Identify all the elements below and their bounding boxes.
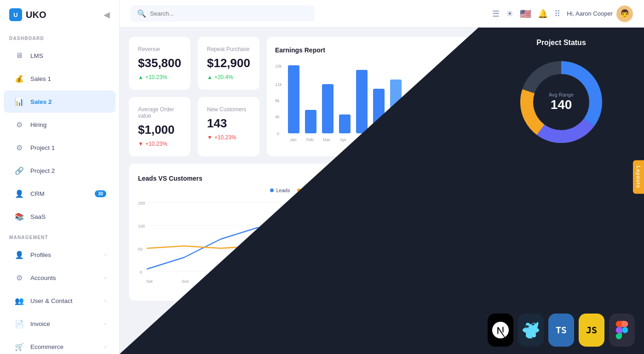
sidebar-item-label: LMS <box>30 52 106 59</box>
project-status-title: Project Status <box>489 39 633 47</box>
avg-order-card: Average Order value $1,000 ▼ +10.23% <box>129 97 190 156</box>
leads-legend-item: Leads <box>270 188 290 193</box>
notification-icon[interactable]: 🔔 <box>538 9 548 19</box>
profiles-chevron-icon: › <box>104 252 106 257</box>
earnings-bar-chart: 15k 11k 8k 4k 0 <box>275 61 478 146</box>
apps-icon[interactable]: ⠿ <box>554 9 560 19</box>
sidebar-item-label: Profiles <box>30 251 104 258</box>
svg-text:Mon: Mon <box>217 279 225 284</box>
javascript-icon: JS <box>579 314 604 347</box>
menu-icon[interactable]: ☰ <box>492 9 500 19</box>
svg-rect-20 <box>458 82 470 133</box>
svg-text:100: 100 <box>138 224 145 228</box>
search-input[interactable] <box>150 10 242 17</box>
sidebar-item-lms[interactable]: 🖥 LMS <box>4 45 115 67</box>
profiles-icon: 👤 <box>13 248 26 261</box>
crm-icon: 👤 <box>13 187 26 200</box>
ecommerce-icon: 🛒 <box>13 340 26 353</box>
figma-icon <box>609 314 635 347</box>
language-flag-icon[interactable]: 🇺🇸 <box>520 8 531 19</box>
svg-text:Apr: Apr <box>340 137 346 142</box>
sidebar-item-label: Sales 2 <box>30 98 106 105</box>
leads-chart-title: Leads VS Customers <box>138 175 202 182</box>
tech-icons-row: TS JS <box>478 306 644 354</box>
accounts-chevron-icon: › <box>104 275 106 280</box>
sidebar-item-sales1[interactable]: 💰 Sales 1 <box>4 68 115 90</box>
saas-icon: 📚 <box>13 210 26 223</box>
sidebar-item-label: Project 2 <box>30 167 106 174</box>
sidebar-item-crm[interactable]: 👤 CRM 30 <box>4 183 115 205</box>
search-bar[interactable]: 🔍 <box>131 6 315 22</box>
donut-center: Avg Range 140 <box>549 92 574 112</box>
content-area: Project Status <box>120 28 644 354</box>
sidebar-item-label: CRM <box>30 190 95 197</box>
svg-rect-16 <box>390 80 402 133</box>
svg-rect-12 <box>322 84 334 133</box>
svg-rect-14 <box>356 70 368 133</box>
sidebar-item-hiring[interactable]: ⚙ Hiring <box>4 114 115 136</box>
top-row: Revenue $35,800 ▲ +10.23% Repeat Purchas… <box>129 37 469 156</box>
sidebar-item-project2[interactable]: 🔗 Project 2 <box>4 160 115 182</box>
sales1-icon: 💰 <box>13 72 26 85</box>
nextjs-icon <box>488 314 513 347</box>
sidebar-item-profiles[interactable]: 👤 Profiles › <box>4 244 115 266</box>
chevron-down-icon: ▾ <box>452 175 455 182</box>
sidebar-item-accounts[interactable]: ⚙ Accounts › <box>4 267 115 289</box>
collapse-button[interactable]: ◀ <box>104 10 110 20</box>
invoice-icon: 📄 <box>13 317 26 330</box>
layouts-tab[interactable]: Layouts <box>633 160 644 194</box>
sidebar-item-saas[interactable]: 📚 SaaS <box>4 206 115 228</box>
leads-legend-dot <box>270 188 274 192</box>
revenue-change: ▲ +10.23% <box>138 74 181 80</box>
down-arrow-icon: ▼ <box>207 134 213 141</box>
leads-legend: Leads Customers <box>138 188 460 193</box>
new-customers-value: 143 <box>207 116 250 131</box>
svg-text:15k: 15k <box>275 64 282 69</box>
sidebar-item-ecommerce[interactable]: 🛒 Ecommerce › <box>4 336 115 354</box>
sidebar-item-invoice[interactable]: 📄 Invoice › <box>4 313 115 335</box>
donut-value: 140 <box>549 97 574 112</box>
svg-text:8k: 8k <box>275 98 280 103</box>
svg-text:Tue: Tue <box>254 279 261 284</box>
leads-month-button[interactable]: Month ▾ <box>430 173 460 184</box>
usercontact-chevron-icon: › <box>104 298 106 303</box>
avg-order-change: ▼ +10.23% <box>138 141 181 147</box>
project-status-card: Project Status <box>478 28 644 306</box>
management-section-label: MANAGEMENT <box>0 228 119 243</box>
lms-icon: 🖥 <box>13 49 26 62</box>
header: 🔍 ☰ ☀ 🇺🇸 🔔 ⠿ Hi, Aaron Cooper 👨 <box>120 0 644 28</box>
user-greeting: Hi, Aaron Cooper <box>567 10 613 17</box>
earnings-month-selector[interactable]: Month ▾ <box>470 45 478 55</box>
down-arrow-icon: ▼ <box>138 141 144 147</box>
sidebar-item-project1[interactable]: ⚙ Project 1 <box>4 137 115 159</box>
svg-text:Fri: Fri <box>366 279 371 284</box>
sidebar-item-label: User & Contact <box>30 297 104 304</box>
svg-text:0: 0 <box>140 270 142 274</box>
earnings-title: Earnings Report <box>275 46 325 54</box>
customers-legend-dot <box>297 188 301 192</box>
sidebar-item-label: SaaS <box>30 213 106 220</box>
invoice-chevron-icon: › <box>104 321 106 326</box>
svg-text:Jun: Jun <box>374 137 381 142</box>
sidebar-item-usercontact[interactable]: 👥 User & Contact › <box>4 290 115 312</box>
svg-text:0: 0 <box>277 131 279 136</box>
sidebar-item-label: Invoice <box>30 320 104 327</box>
sidebar-header: U UKO ◀ <box>0 0 119 29</box>
svg-rect-15 <box>373 89 385 133</box>
usercontact-icon: 👥 <box>13 294 26 307</box>
leads-line-chart: 150 100 50 0 Sat Sun Mon <box>138 198 460 290</box>
sidebar-item-label: Ecommerce <box>30 343 104 350</box>
svg-text:4k: 4k <box>275 114 280 119</box>
leads-chart-card: Leads VS Customers Month ▾ Leads Custome… <box>129 164 469 301</box>
svg-text:Thu: Thu <box>328 279 335 284</box>
header-right: ☰ ☀ 🇺🇸 🔔 ⠿ Hi, Aaron Cooper 👨 <box>492 6 633 22</box>
sidebar-item-sales2[interactable]: 📊 Sales 2 <box>4 91 115 113</box>
svg-text:May: May <box>357 137 365 142</box>
crm-badge: 30 <box>95 190 106 197</box>
svg-text:Sep: Sep <box>425 137 432 142</box>
svg-text:Nov: Nov <box>459 137 467 142</box>
repeat-purchase-value: $12,900 <box>207 56 250 70</box>
theme-icon[interactable]: ☀ <box>506 9 513 19</box>
svg-text:Oct: Oct <box>442 137 449 142</box>
leads-chart-header: Leads VS Customers Month ▾ <box>138 173 460 184</box>
